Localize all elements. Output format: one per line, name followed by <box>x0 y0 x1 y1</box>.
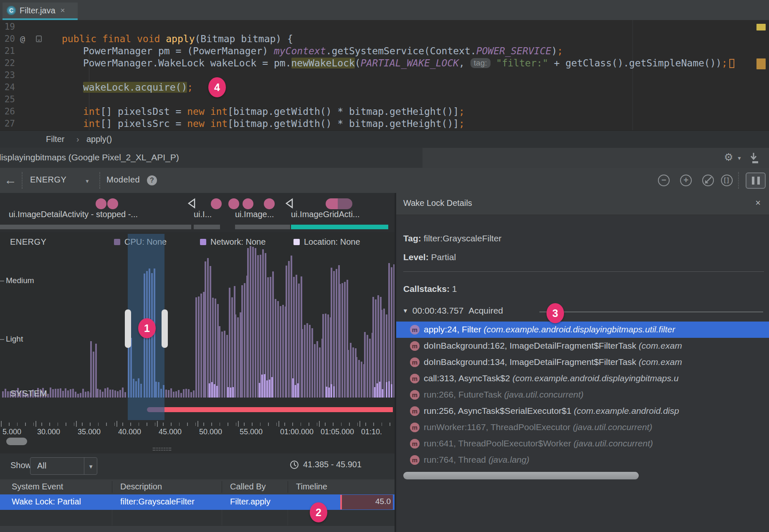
frame-text: doInBackground:134, ImageDetailFragment$… <box>424 357 682 367</box>
selection-handle[interactable] <box>125 309 131 348</box>
close-icon[interactable]: × <box>755 198 761 208</box>
energy-bar <box>72 389 74 398</box>
energy-bar <box>5 389 6 398</box>
axis-major-tick <box>197 421 198 427</box>
activity-event-dot <box>243 198 253 209</box>
event-filter-dropdown[interactable]: All ▼ <box>30 457 97 475</box>
annotation-gutter-icon: @ <box>20 33 25 45</box>
reset-zoom-icon[interactable] <box>702 175 714 186</box>
fold-marker-icon[interactable]: ⌄ <box>36 35 42 42</box>
energy-bar <box>367 335 368 398</box>
error-stripe-mark[interactable] <box>756 58 766 69</box>
energy-bar <box>47 394 49 398</box>
details-horizontal-scrollbar[interactable] <box>403 472 639 479</box>
energy-bar <box>326 387 327 398</box>
breadcrumb-method[interactable]: apply() <box>86 134 112 144</box>
energy-bar <box>391 267 392 398</box>
activity-track[interactable]: ui.ImageDetailActivity - stopped -...ui.… <box>0 193 395 233</box>
code-line[interactable]: 21PowerManager pm = (PowerManager) myCon… <box>0 45 751 57</box>
zoom-out-icon[interactable]: − <box>658 175 670 186</box>
method-icon: m <box>410 406 420 416</box>
zoom-in-icon[interactable]: + <box>680 175 692 186</box>
energy-bar <box>336 269 337 398</box>
code-line[interactable]: 20@⌄public final void apply(Bitmap bitma… <box>0 33 751 45</box>
axis-minor-tick <box>90 423 91 426</box>
category-caret-icon[interactable]: ▼ <box>85 178 90 184</box>
code-line[interactable]: 25 <box>0 94 751 106</box>
horizontal-scrollbar-thumb[interactable] <box>6 438 27 445</box>
zoom-to-selection-icon[interactable]: [] <box>721 175 733 186</box>
axis-minor-tick <box>171 423 172 426</box>
error-stripe-mark[interactable] <box>756 24 766 30</box>
splitter-grip[interactable] <box>153 450 171 451</box>
table-header[interactable]: System EventDescriptionCalled ByTimeline <box>0 479 395 494</box>
level-row: Level: Partial <box>403 252 456 262</box>
profiler-category-select[interactable]: ENERGY <box>30 175 66 185</box>
code-line[interactable]: 27int[] pixelsSrc = new int[bitmap.getWi… <box>0 118 751 130</box>
frame-text: run:266, FutureTask (java.util.concurren… <box>424 390 584 400</box>
callstack-frame[interactable]: mdoInBackground:134, ImageDetailFragment… <box>396 354 769 370</box>
method-icon: m <box>410 390 420 400</box>
axis-label: 01:10. <box>361 428 382 436</box>
selection-handle[interactable] <box>162 309 168 348</box>
system-events-table: Show All ▼ 41.385 - 45.901 System <box>0 453 395 532</box>
tab-filter-java[interactable]: C Filter.java × <box>3 3 78 20</box>
callstack-frame[interactable]: mrun:256, AsyncTask$SerialExecutor$1 (co… <box>396 403 769 419</box>
gear-caret-icon[interactable]: ▼ <box>737 155 742 161</box>
download-icon[interactable] <box>748 152 759 164</box>
callout-badge-1: 1 <box>138 318 156 338</box>
code-line[interactable]: 23 <box>0 69 751 81</box>
callstack-frame[interactable]: mrunWorker:1167, ThreadPoolExecutor (jav… <box>396 419 769 436</box>
pause-live-button[interactable] <box>746 172 766 189</box>
energy-bar <box>344 282 346 398</box>
activity-label[interactable]: ui.ImageGridActi... <box>291 210 360 219</box>
axis-minor-tick <box>106 423 107 426</box>
energy-bar <box>280 306 281 398</box>
table-row-selected[interactable]: Wake Lock: Partialfilter:GrayscaleFilter… <box>0 494 395 510</box>
column-header[interactable]: Timeline <box>296 482 327 491</box>
code-line[interactable]: 19 <box>0 21 751 33</box>
energy-bar <box>99 390 101 398</box>
code-line[interactable]: 26int[] pixelsDst = new int[bitmap.getWi… <box>0 106 751 118</box>
editor-tab-bar: C Filter.java × <box>0 0 769 20</box>
y-axis-label: Medium <box>6 276 34 285</box>
column-header[interactable]: Description <box>120 482 162 491</box>
callstack-frame[interactable]: mrun:764, Thread (java.lang) <box>396 452 769 468</box>
energy-bar <box>341 283 343 398</box>
frame-text: doInBackground:162, ImageDetailFragment$… <box>424 341 682 351</box>
energy-chart[interactable]: ENERGY CPU: NoneNetwork: NoneLocation: N… <box>0 232 395 453</box>
collapse-caret-icon[interactable]: ▼ <box>402 307 408 314</box>
code-editor[interactable]: 1920@⌄public final void apply(Bitmap bit… <box>0 20 769 130</box>
splitter-grip[interactable] <box>153 448 171 448</box>
callstack-frame[interactable]: mrun:641, ThreadPoolExecutor$Worker (jav… <box>396 436 769 452</box>
energy-bar <box>375 299 377 398</box>
column-header[interactable]: Called By <box>230 482 266 491</box>
energy-bar <box>193 390 195 398</box>
axis-minor-tick <box>9 423 10 426</box>
timeline-pane[interactable]: ui.ImageDetailActivity - stopped -...ui.… <box>0 193 395 532</box>
separator <box>99 172 100 189</box>
wake-lock-bar[interactable] <box>164 407 393 412</box>
callstacks-row: Callstacks: 1 <box>403 284 457 294</box>
help-icon[interactable]: ? <box>147 175 157 185</box>
callstack-frame[interactable]: mapply:24, Filter (com.example.android.d… <box>396 322 769 338</box>
activity-label[interactable]: ui.ImageDetailActivity - stopped -... <box>9 210 138 219</box>
activity-label[interactable]: ui.Image... <box>235 210 274 219</box>
tab-close-icon[interactable]: × <box>61 6 65 15</box>
back-arrow-icon[interactable]: ← <box>4 173 17 187</box>
callstack-frame[interactable]: mcall:313, AsyncTask$2 (com.example.andr… <box>396 370 769 387</box>
callstack-frame[interactable]: mdoInBackground:162, ImageDetailFragment… <box>396 338 769 354</box>
column-header[interactable]: System Event <box>12 482 63 491</box>
breadcrumb-class[interactable]: Filter <box>46 134 64 144</box>
code-line[interactable]: 22PowerManager.WakeLock wakeLock = pm.ne… <box>0 57 751 69</box>
axis-minor-tick <box>260 423 261 426</box>
energy-bar <box>250 246 251 398</box>
code-text: PowerManager.WakeLock wakeLock = pm.newW… <box>83 57 734 69</box>
session-title-block[interactable]: displayingbitmaps (Google Pixel_2_XL_API… <box>0 148 422 168</box>
activity-label[interactable]: ui.I... <box>194 210 212 219</box>
code-line[interactable]: 24wakeLock.acquire(); <box>0 81 751 94</box>
gear-icon[interactable]: ⚙ <box>724 151 733 163</box>
callstack-frame[interactable]: mrun:266, FutureTask (java.util.concurre… <box>396 387 769 403</box>
frame-text: run:641, ThreadPoolExecutor$Worker (java… <box>424 438 653 448</box>
callstack-group-header[interactable]: ▼00:00:43.757 Acquired <box>402 306 503 316</box>
